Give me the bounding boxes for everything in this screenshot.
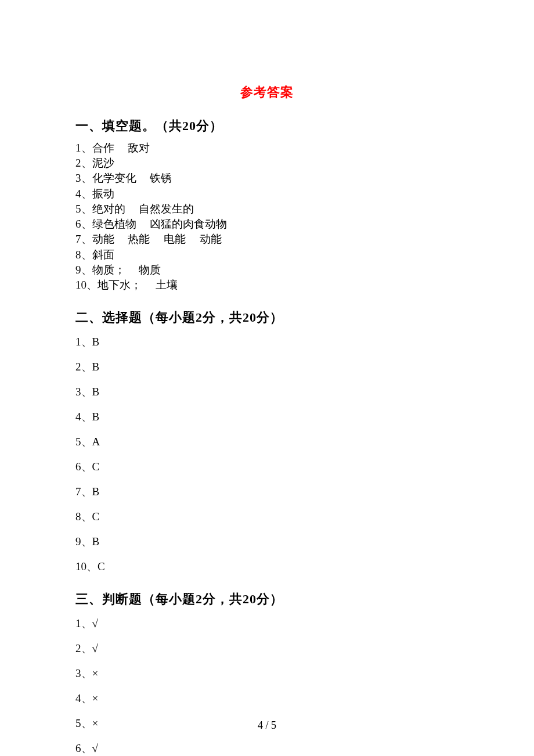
- fill-answer-9: 9、物质； 物质: [75, 262, 459, 278]
- page-content: 参考答案 一、填空题。（共20分） 1、合作 敌对 2、泥沙 3、化学变化 铁锈…: [0, 0, 534, 756]
- judge-answer-6: 6、√: [75, 741, 459, 756]
- choice-answer-5: 5、A: [75, 434, 459, 449]
- page-number: 4 / 5: [0, 719, 534, 732]
- fill-answer-8: 8、斜面: [75, 247, 459, 262]
- judge-answer-2: 2、√: [75, 641, 459, 656]
- fill-answer-2: 2、泥沙: [75, 156, 459, 171]
- fill-answer-1: 1、合作 敌对: [75, 141, 459, 156]
- choice-answer-7: 7、B: [75, 484, 459, 499]
- fill-answer-3: 3、化学变化 铁锈: [75, 171, 459, 186]
- section-3-header: 三、判断题（每小题2分，共20分）: [75, 591, 459, 608]
- judge-answer-3: 3、×: [75, 666, 459, 681]
- section-1-header: 一、填空题。（共20分）: [75, 117, 459, 135]
- judge-answer-4: 4、×: [75, 691, 459, 706]
- choice-answer-2: 2、B: [75, 359, 459, 375]
- judge-answer-1: 1、√: [75, 616, 459, 631]
- fill-answer-6: 6、绿色植物 凶猛的肉食动物: [75, 217, 459, 232]
- fill-answer-7: 7、动能 热能 电能 动能: [75, 232, 459, 247]
- choice-answer-4: 4、B: [75, 409, 459, 424]
- choice-answer-3: 3、B: [75, 384, 459, 399]
- choice-answer-10: 10、C: [75, 559, 459, 574]
- fill-answer-10: 10、地下水； 土壤: [75, 278, 459, 293]
- fill-answer-4: 4、振动: [75, 186, 459, 201]
- choice-answer-1: 1、B: [75, 334, 459, 350]
- fill-answer-5: 5、绝对的 自然发生的: [75, 201, 459, 217]
- choice-answer-8: 8、C: [75, 509, 459, 524]
- choice-answer-6: 6、C: [75, 459, 459, 474]
- answer-key-title: 参考答案: [75, 84, 459, 101]
- section-2-header: 二、选择题（每小题2分，共20分）: [75, 309, 459, 326]
- choice-answer-9: 9、B: [75, 534, 459, 549]
